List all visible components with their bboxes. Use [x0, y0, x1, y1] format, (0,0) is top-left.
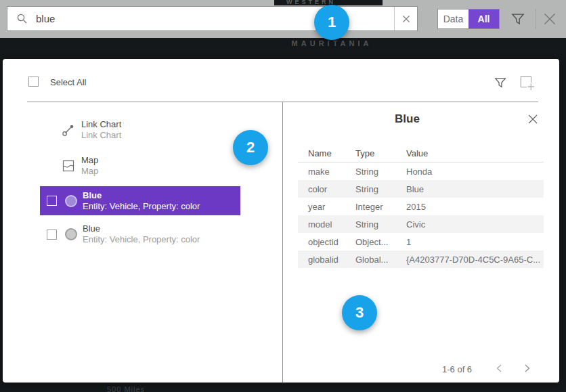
entity-circle-icon	[65, 195, 77, 207]
search-icon	[16, 13, 28, 25]
clear-search-button[interactable]	[394, 7, 417, 30]
search-toolbar: Data All	[0, 0, 566, 38]
previous-page-icon[interactable]	[494, 362, 506, 374]
select-all-checkbox[interactable]	[28, 77, 39, 87]
column-header-type: Type	[345, 148, 396, 158]
annotation-badge-3: 3	[342, 295, 377, 330]
map-label-mauritania: MAURITANIA	[271, 39, 393, 47]
result-checkbox[interactable]	[47, 230, 57, 240]
result-title: Blue	[83, 190, 200, 201]
table-row: year Integer 2015	[298, 198, 544, 215]
link-chart-icon	[62, 123, 75, 137]
result-item-text: Blue Entity: Vehicle, Property: color	[83, 223, 200, 245]
pagination-label: 1-6 of 6	[442, 364, 472, 374]
scope-all-button[interactable]: All	[469, 9, 499, 28]
result-item-blue-selected[interactable]: Blue Entity: Vehicle, Property: color	[40, 186, 240, 215]
toolbar-divider	[536, 9, 536, 29]
map-scale-label: 500 Miles	[107, 385, 145, 392]
results-filter-icon[interactable]	[494, 77, 506, 89]
scope-data-button[interactable]: Data	[438, 9, 469, 28]
table-body: make String Honda color String Blue year…	[298, 162, 544, 268]
table-header: Name Type Value	[298, 144, 544, 162]
app-window: MAURITANIA 500 Miles Data All	[0, 0, 566, 392]
detail-title: Blue	[282, 112, 532, 126]
close-search-icon[interactable]	[542, 11, 558, 27]
result-subtitle: Map	[81, 166, 98, 177]
search-box	[7, 6, 418, 31]
table-row: model String Civic	[298, 215, 544, 233]
result-item-link-chart[interactable]: Link Chart Link Chart	[40, 116, 240, 144]
result-subtitle: Entity: Vehicle, Property: color	[83, 234, 200, 245]
filter-icon[interactable]	[511, 12, 525, 26]
next-page-icon[interactable]	[521, 362, 533, 374]
result-title: Blue	[83, 223, 200, 234]
attribute-table: Name Type Value make String Honda color …	[298, 144, 544, 268]
result-checkbox[interactable]	[47, 196, 57, 206]
panel-divider	[282, 102, 283, 383]
add-to-selection-icon[interactable]	[519, 74, 535, 91]
scope-toggle: Data All	[437, 9, 500, 29]
column-header-name: Name	[298, 148, 345, 158]
search-results-dialog: Select All Link Chart Link Chart	[3, 59, 559, 383]
map-icon	[62, 159, 75, 173]
annotation-badge-2: 2	[233, 130, 268, 165]
result-subtitle: Link Chart	[81, 130, 121, 141]
result-title: Link Chart	[81, 119, 121, 130]
table-row: globalid Global... {A4203777-D70D-4C5C-9…	[298, 251, 544, 268]
column-header-value: Value	[396, 148, 544, 158]
table-row: color String Blue	[298, 180, 544, 198]
table-row: make String Honda	[298, 162, 544, 180]
clear-icon	[402, 15, 410, 23]
entity-circle-icon	[65, 228, 77, 240]
result-title: Map	[81, 155, 98, 166]
result-item-text: Link Chart Link Chart	[81, 119, 121, 141]
detail-close-icon[interactable]	[527, 114, 538, 125]
result-item-text: Blue Entity: Vehicle, Property: color	[83, 190, 200, 212]
annotation-badge-1: 1	[314, 5, 349, 40]
result-item-text: Map Map	[81, 155, 98, 177]
result-subtitle: Entity: Vehicle, Property: color	[83, 201, 200, 212]
table-row: objectid Object... 1	[298, 233, 544, 251]
result-item-blue[interactable]: Blue Entity: Vehicle, Property: color	[40, 221, 240, 248]
result-item-map[interactable]: Map Map	[40, 152, 240, 179]
select-all-label: Select All	[50, 77, 86, 87]
